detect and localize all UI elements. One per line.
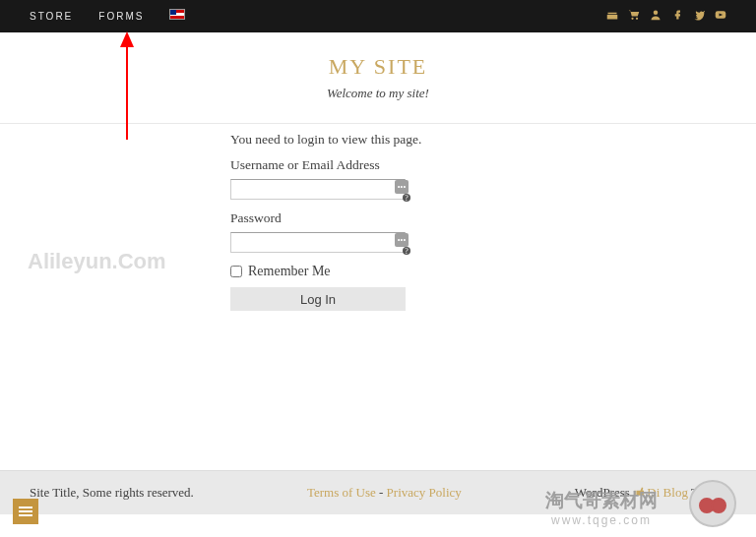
help-icon[interactable]: ?	[403, 194, 410, 202]
top-bar: STORE FORMS	[0, 0, 756, 32]
svg-point-0	[631, 17, 633, 19]
topbar-left: STORE FORMS	[30, 11, 185, 22]
footer-separator: -	[376, 485, 387, 500]
svg-point-2	[654, 10, 659, 15]
nav-store[interactable]: STORE	[30, 11, 73, 22]
privacy-link[interactable]: Privacy Policy	[387, 485, 462, 500]
nav-forms[interactable]: FORMS	[98, 11, 144, 22]
language-flag-icon[interactable]	[169, 9, 185, 20]
password-label: Password	[230, 210, 526, 226]
twitter-icon[interactable]	[693, 9, 705, 25]
youtube-icon[interactable]	[715, 9, 726, 25]
login-button[interactable]: Log In	[230, 287, 406, 311]
footer-links: Terms of Use - Privacy Policy	[307, 485, 462, 501]
help-icon[interactable]: ?	[403, 247, 410, 255]
autofill-icon[interactable]: •••	[395, 180, 409, 194]
terms-link[interactable]: Terms of Use	[307, 485, 376, 500]
site-title[interactable]: MY SITE	[0, 54, 756, 80]
autofill-icon[interactable]: •••	[395, 233, 409, 247]
menu-toggle-button[interactable]	[13, 499, 38, 524]
watermark-text: Alileyun.Com	[28, 249, 166, 274]
user-icon[interactable]	[650, 9, 662, 25]
glasses-icon	[699, 498, 726, 509]
password-input[interactable]	[230, 232, 406, 253]
username-input[interactable]	[230, 179, 406, 200]
brand-cn: 淘气哥素材网	[545, 488, 658, 513]
footer-copyright: Site Title, Some rights reserved.	[30, 485, 194, 501]
site-tagline: Welcome to my site!	[0, 86, 756, 101]
topbar-right	[606, 9, 726, 25]
svg-point-1	[636, 17, 638, 19]
toolbox-icon[interactable]	[606, 9, 618, 25]
cart-icon[interactable]	[628, 9, 640, 25]
remember-label: Remember Me	[248, 264, 331, 279]
remember-checkbox[interactable]	[230, 266, 242, 277]
brand-url: www.tqge.com	[545, 513, 658, 527]
site-header: MY SITE Welcome to my site!	[0, 32, 756, 124]
brand-watermark: 淘气哥素材网 www.tqge.com	[545, 488, 658, 527]
username-label: Username or Email Address	[230, 157, 526, 173]
facebook-icon[interactable]	[671, 9, 683, 25]
avatar-badge[interactable]	[689, 480, 736, 527]
login-notice: You need to login to view this page.	[230, 132, 526, 148]
login-form: You need to login to view this page. Use…	[230, 132, 526, 311]
